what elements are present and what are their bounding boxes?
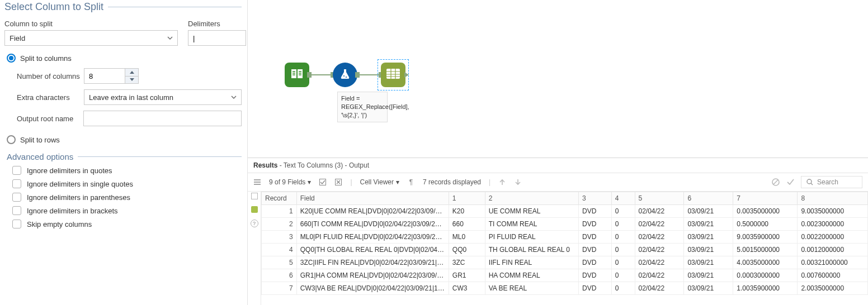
split-to-columns-radio[interactable]: Split to columns [7, 54, 242, 63]
column-to-split-select[interactable]: Field [4, 30, 178, 46]
col-header-7[interactable]: 7 [733, 192, 798, 205]
ignore-brackets-check[interactable]: Ignore delimiters in brackets [12, 206, 242, 215]
cell-6: 03/09/21 [684, 205, 733, 218]
cell-3: DVD [579, 231, 612, 244]
cell-record: 2 [262, 218, 297, 231]
flask-icon [339, 68, 351, 83]
cell-8: 0.007600000 [798, 269, 868, 282]
cell-1: K20 [449, 205, 485, 218]
formula-annotation: Field = REGEX_Replace([Field], '\s{2,}',… [337, 92, 388, 122]
cell-7: 0.0003000000 [733, 269, 798, 282]
search-input[interactable]: Search [801, 176, 862, 188]
config-panel: Select Column to Split Column to split F… [0, 0, 248, 305]
caret-down-icon: ▾ [308, 178, 311, 186]
chevron-down-icon [231, 94, 237, 100]
input-tool-node[interactable] [285, 63, 309, 87]
results-header: Results - Text To Columns (3) - Output [248, 158, 868, 173]
cell-4: 0 [611, 218, 635, 231]
arrow-up-icon[interactable] [498, 178, 506, 186]
col-header-8[interactable]: 8 [798, 192, 868, 205]
svg-rect-2 [386, 69, 400, 79]
results-toolbar: 9 of 9 Fields ▾ | Cell Viewer ▾ ¶ 7 reco… [248, 173, 868, 192]
connector [357, 74, 381, 75]
pilcrow-icon[interactable]: ¶ [407, 178, 415, 186]
step-down-button[interactable] [125, 77, 138, 84]
extra-chars-label: Extra characters [17, 93, 84, 102]
grid-header-row: Record Field 1 2 3 4 5 6 7 8 [262, 192, 868, 205]
text-to-columns-tool-node[interactable] [381, 63, 405, 87]
cell-2: PI FLUID REAL [485, 231, 578, 244]
output-root-input[interactable] [83, 111, 242, 126]
table-row[interactable]: 4QQ0|TH GLOBAL REAL REAL 0|DVD|0|02/04/2… [262, 244, 868, 256]
check-icon[interactable] [786, 178, 794, 186]
cell-2: UE COMM REAL [485, 205, 578, 218]
num-columns-input[interactable] [84, 69, 125, 83]
cell-8: 2.0035000000 [798, 282, 868, 295]
results-grid[interactable]: Record Field 1 2 3 4 5 6 7 8 1K20|UE COM [261, 192, 868, 295]
formula-tool-node[interactable] [333, 63, 357, 87]
cell-4: 0 [611, 256, 635, 269]
ignore-single-quotes-check[interactable]: Ignore delimiters in single quotes [12, 179, 242, 188]
help-icon[interactable]: ? [251, 220, 258, 227]
cell-5: 02/04/22 [635, 282, 684, 295]
cell-2: IIFL FIN REAL [485, 256, 578, 269]
output-anchor-icon[interactable] [251, 206, 258, 213]
book-icon [290, 68, 304, 82]
advanced-header: Advanced options [4, 152, 242, 161]
fields-selector[interactable]: 9 of 9 Fields ▾ [269, 178, 311, 186]
svg-point-1 [346, 76, 347, 77]
cell-viewer-button[interactable]: Cell Viewer ▾ [360, 178, 399, 186]
arrow-down-icon[interactable] [514, 178, 522, 186]
num-columns-label: Number of columns [17, 72, 84, 80]
checkbox-icon [12, 179, 21, 188]
clear-box-icon[interactable] [334, 178, 342, 186]
checkbox-icon [12, 166, 21, 175]
num-columns-stepper[interactable] [84, 68, 139, 84]
table-row[interactable]: 6GR1|HA COMM REAL|DVD|0|02/04/22|03/09/2… [262, 269, 868, 282]
cell-1: 660 [449, 218, 485, 231]
table-row[interactable]: 3ML0|PI FLUID REAL|DVD|0|02/04/22|03/09/… [262, 231, 868, 244]
split-to-rows-radio[interactable]: Split to rows [7, 135, 242, 144]
delimiters-input[interactable] [188, 30, 246, 46]
skip-empty-check[interactable]: Skip empty columns [12, 220, 242, 228]
column-to-split-value: Field [10, 34, 25, 42]
table-row[interactable]: 7CW3|VA BE REAL|DVD|0|02/04/22|03/09/21|… [262, 282, 868, 295]
step-up-button[interactable] [125, 69, 138, 77]
col-header-3[interactable]: 3 [579, 192, 612, 205]
metadata-icon[interactable] [251, 193, 258, 199]
section-header: Select Column to Split [4, 1, 242, 13]
results-gutter: ? [248, 192, 261, 305]
cell-2: TH GLOBAL REAL REAL 0 [485, 244, 578, 256]
table-row[interactable]: 2660|TI COMM REAL|DVD|0|02/04/22|03/09/2… [262, 218, 868, 231]
workflow-canvas[interactable]: Field = REGEX_Replace([Field], '\s{2,}',… [248, 0, 868, 158]
list-icon[interactable] [253, 178, 261, 186]
ignore-parentheses-check[interactable]: Ignore delimiters in parentheses [12, 193, 242, 202]
cell-7: 4.0035000000 [733, 256, 798, 269]
col-header-4[interactable]: 4 [611, 192, 635, 205]
cell-field: ML0|PI FLUID REAL|DVD|0|02/04/22|03/09/2… [296, 231, 449, 244]
cell-7: 1.0035900000 [733, 282, 798, 295]
table-row[interactable]: 53ZC|IIFL FIN REAL|DVD|0|02/04/22|03/09/… [262, 256, 868, 269]
table-row[interactable]: 1K20|UE COMM REAL|DVD|0|02/04/22|03/09/2… [262, 205, 868, 218]
check-box-icon[interactable] [319, 178, 327, 186]
cell-4: 0 [611, 269, 635, 282]
cell-6: 03/09/21 [684, 282, 733, 295]
records-count-label: 7 records displayed [423, 178, 481, 186]
output-root-label: Output root name [17, 115, 83, 123]
col-header-5[interactable]: 5 [635, 192, 684, 205]
col-header-1[interactable]: 1 [449, 192, 485, 205]
cell-record: 5 [262, 256, 297, 269]
cancel-icon[interactable] [772, 178, 780, 186]
col-header-field[interactable]: Field [296, 192, 449, 205]
cell-8: 0.0012000000 [798, 244, 868, 256]
advanced-title: Advanced options [4, 152, 78, 161]
cell-6: 03/09/21 [684, 256, 733, 269]
extra-chars-select[interactable]: Leave extra in last column [84, 89, 242, 105]
ignore-quotes-check[interactable]: Ignore delimiters in quotes [12, 166, 242, 175]
cell-field: CW3|VA BE REAL|DVD|0|02/04/22|03/09/21|1… [296, 282, 449, 295]
search-placeholder: Search [817, 178, 838, 186]
svg-point-6 [807, 179, 812, 184]
col-header-record[interactable]: Record [262, 192, 297, 205]
col-header-6[interactable]: 6 [684, 192, 733, 205]
col-header-2[interactable]: 2 [485, 192, 578, 205]
